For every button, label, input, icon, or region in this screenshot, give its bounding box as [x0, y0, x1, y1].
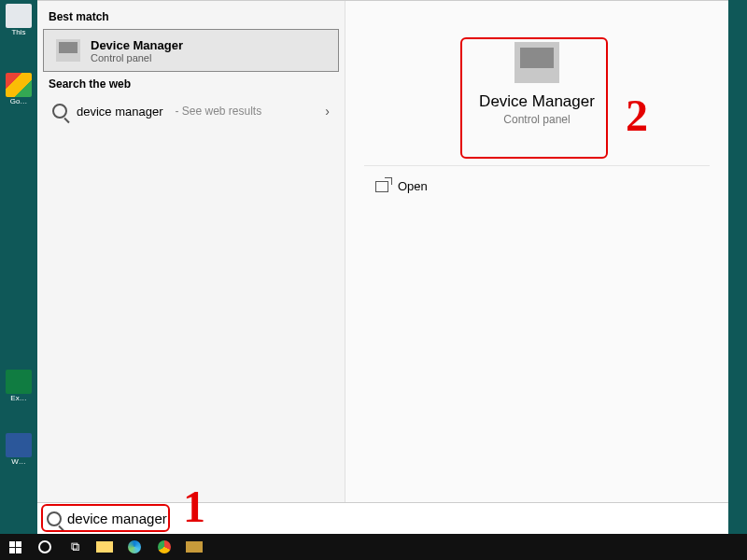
desktop-icon-excel[interactable]: Ex…: [3, 370, 35, 407]
desktop-icon-chrome[interactable]: Go…: [3, 73, 35, 110]
desktop-icon-recycle-bin[interactable]: This: [3, 4, 35, 41]
desktop-icon-word[interactable]: W…: [3, 433, 35, 470]
search-icon: [52, 104, 67, 119]
taskbar-chrome[interactable]: [149, 534, 179, 560]
start-search-flyout: Best match Device Manager Control panel …: [37, 0, 728, 523]
taskbar-folder[interactable]: [179, 534, 209, 560]
open-icon: [375, 181, 388, 192]
start-button[interactable]: [0, 534, 30, 560]
taskbar: ⧉: [0, 534, 747, 560]
web-query: device manager: [77, 105, 163, 119]
taskbar-edge[interactable]: [120, 534, 149, 560]
annotation-number-2: 2: [626, 90, 648, 141]
chevron-right-icon: ›: [325, 104, 330, 119]
result-device-manager[interactable]: Device Manager Control panel: [43, 29, 339, 72]
section-search-web: Search the web: [37, 74, 345, 94]
result-title: Device Manager: [91, 38, 183, 52]
action-open[interactable]: Open: [364, 172, 710, 201]
action-open-label: Open: [398, 179, 428, 193]
device-manager-icon: [55, 37, 81, 63]
results-left-pane: Best match Device Manager Control panel …: [37, 1, 345, 523]
task-view-button[interactable]: ⧉: [60, 534, 90, 560]
web-hint: - See web results: [176, 105, 262, 118]
annotation-box-1: [41, 504, 170, 532]
divider: [364, 165, 710, 166]
web-result-row[interactable]: device manager - See web results ›: [37, 94, 345, 128]
taskbar-explorer[interactable]: [90, 534, 120, 560]
annotation-number-1: 1: [183, 481, 205, 532]
cortana-button[interactable]: [30, 534, 60, 560]
result-subtitle: Control panel: [91, 52, 183, 63]
section-best-match: Best match: [37, 7, 345, 27]
annotation-box-2: [460, 37, 608, 159]
